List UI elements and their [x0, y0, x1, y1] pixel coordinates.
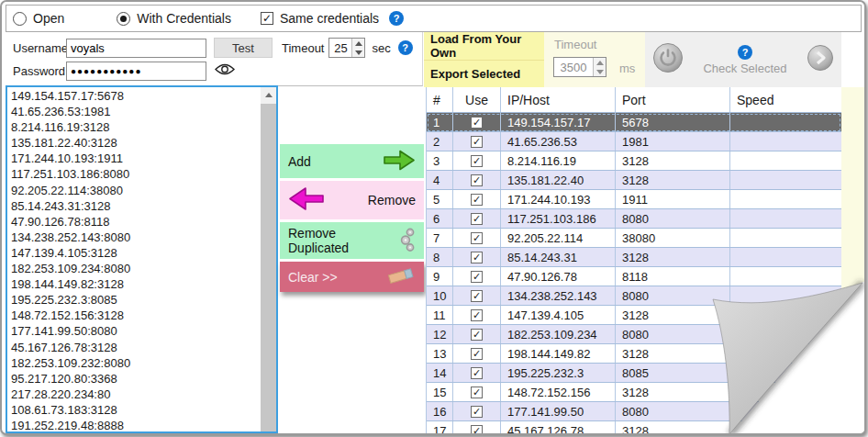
table-row[interactable]: 13198.144.149.823128 [427, 344, 841, 364]
list-item[interactable]: 177.141.99.50:8080 [11, 323, 261, 339]
list-item[interactable]: 117.251.103.186:8080 [11, 166, 261, 182]
remove-duplicated-button[interactable]: Remove Duplicated [280, 222, 424, 259]
list-item[interactable]: 147.139.4.105:3128 [11, 245, 261, 261]
list-item[interactable]: 148.72.152.156:3128 [11, 308, 261, 323]
timeout-spinner[interactable]: 25 [328, 38, 365, 58]
remove-button[interactable]: Remove [280, 181, 424, 219]
list-item[interactable]: 217.28.220.234:80 [11, 387, 261, 402]
table-row[interactable]: 5171.244.10.1931911 [427, 190, 841, 209]
list-item[interactable]: 47.90.126.78:8118 [11, 214, 261, 230]
add-button[interactable]: Add [280, 144, 424, 178]
clear-button[interactable]: Clear >> [280, 262, 424, 292]
radio-icon-open[interactable] [13, 12, 27, 26]
table-row[interactable]: 792.205.22.11438080 [427, 229, 841, 248]
timeout-value[interactable]: 25 [329, 39, 351, 57]
use-checkbox[interactable] [471, 406, 483, 418]
checkbox-icon-same-credentials[interactable] [261, 12, 273, 25]
scrollbar-thumb[interactable] [261, 104, 276, 431]
table-row[interactable]: 10134.238.252.1438080 [427, 286, 841, 306]
use-checkbox[interactable] [471, 194, 483, 206]
radio-with-credentials[interactable]: With Credentials [117, 11, 231, 26]
table-row[interactable]: 4135.181.22.403128 [427, 171, 841, 190]
list-item[interactable]: 182.253.109.234:8080 [11, 261, 261, 276]
use-checkbox[interactable] [471, 117, 483, 129]
help-icon[interactable] [389, 11, 404, 26]
radio-icon-with-credentials[interactable] [117, 12, 130, 26]
use-checkbox[interactable] [471, 155, 483, 167]
radio-open[interactable]: Open [13, 11, 64, 26]
column-header[interactable]: Port [616, 87, 730, 112]
use-checkbox[interactable] [471, 387, 483, 398]
eye-icon[interactable] [214, 62, 236, 79]
list-item[interactable]: 45.167.126.78:3128 [11, 340, 261, 355]
same-credentials-label: Same credentials [280, 11, 379, 26]
spinner-down-icon[interactable] [594, 67, 606, 76]
use-checkbox[interactable] [471, 174, 483, 186]
table-row[interactable]: 1149.154.157.175678 [427, 113, 841, 132]
use-checkbox[interactable] [471, 252, 483, 263]
use-checkbox[interactable] [471, 425, 483, 434]
list-item[interactable]: 182.253.109.232:8080 [11, 355, 261, 371]
column-header[interactable]: IP/Host [501, 87, 616, 112]
list-item[interactable]: 134.238.252.143:8080 [11, 230, 261, 245]
table-row[interactable]: 12182.253.109.2348080 [427, 325, 841, 344]
table-row[interactable]: 11147.139.4.1053128 [427, 306, 841, 325]
spinner-up-icon[interactable] [594, 58, 606, 67]
use-checkbox[interactable] [471, 348, 483, 360]
export-selected-button[interactable]: Export Selected [424, 60, 544, 87]
password-field[interactable] [66, 62, 206, 81]
check-help-icon[interactable] [738, 45, 752, 60]
table-row[interactable]: 947.90.126.788118 [427, 267, 841, 286]
table-row[interactable]: 885.14.243.313128 [427, 248, 841, 267]
list-item[interactable]: 191.252.219.48:8888 [11, 418, 261, 431]
list-item[interactable]: 198.144.149.82:3128 [11, 276, 261, 292]
table-row[interactable]: 241.65.236.531981 [427, 132, 841, 151]
speed-cell [730, 209, 841, 228]
start-check-button[interactable] [807, 44, 834, 75]
use-checkbox[interactable] [471, 213, 483, 225]
list-item[interactable]: 95.217.120.80:3368 [11, 371, 261, 387]
table-row[interactable]: 1745.167.126.783128 [427, 421, 841, 433]
column-header[interactable]: Speed [730, 87, 841, 112]
speed-cell [730, 113, 841, 131]
column-header[interactable]: Use [453, 87, 501, 112]
load-from-your-own-button[interactable]: Load From Your Own [424, 32, 544, 60]
column-header[interactable]: # [427, 87, 453, 112]
list-item[interactable]: 8.214.116.19:3128 [11, 119, 261, 135]
list-scrollbar[interactable] [261, 87, 276, 431]
list-item[interactable]: 92.205.22.114:38080 [11, 183, 261, 198]
use-checkbox[interactable] [471, 271, 483, 283]
use-checkbox[interactable] [471, 290, 483, 302]
check-timeout-value[interactable]: 3500 [554, 58, 593, 76]
use-checkbox[interactable] [471, 136, 483, 148]
table-row[interactable]: 16177.141.99.508080 [427, 402, 841, 421]
username-field[interactable] [66, 39, 206, 58]
list-item[interactable]: 85.14.243.31:3128 [11, 198, 261, 214]
list-item[interactable]: 135.181.22.40:3128 [11, 135, 261, 151]
proxy-table: #UseIP/HostPortSpeed 1149.154.157.175678… [426, 87, 841, 433]
use-checkbox[interactable] [471, 367, 483, 379]
use-checkbox[interactable] [471, 329, 483, 341]
remove-button-label: Remove [368, 193, 416, 207]
proxy-input-list[interactable]: 149.154.157.17:567841.65.236.53:19818.21… [6, 85, 278, 433]
list-item[interactable]: 149.154.157.17:5678 [11, 88, 261, 104]
list-item[interactable]: 41.65.236.53:1981 [11, 104, 261, 119]
list-item[interactable]: 171.244.10.193:1911 [11, 151, 261, 166]
stop-button[interactable] [652, 42, 684, 77]
spinner-down-icon[interactable] [352, 48, 364, 57]
table-row[interactable]: 38.214.116.193128 [427, 151, 841, 171]
table-row[interactable]: 6117.251.103.1868080 [427, 209, 841, 229]
scroll-up-icon[interactable] [261, 87, 276, 103]
ip-cell: 8.214.116.19 [501, 151, 616, 170]
use-checkbox[interactable] [471, 232, 483, 244]
table-row[interactable]: 15148.72.152.1563128 [427, 383, 841, 402]
use-checkbox[interactable] [471, 309, 483, 321]
same-credentials-checkbox[interactable]: Same credentials [261, 11, 379, 26]
test-button[interactable]: Test [214, 38, 273, 58]
table-row[interactable]: 14195.225.232.38085 [427, 364, 841, 383]
list-item[interactable]: 195.225.232.3:8085 [11, 292, 261, 308]
timeout-help-icon[interactable] [398, 40, 413, 55]
check-timeout-spinner[interactable]: 3500 [553, 57, 606, 77]
list-item[interactable]: 108.61.73.183:3128 [11, 402, 261, 418]
spinner-up-icon[interactable] [352, 39, 364, 48]
